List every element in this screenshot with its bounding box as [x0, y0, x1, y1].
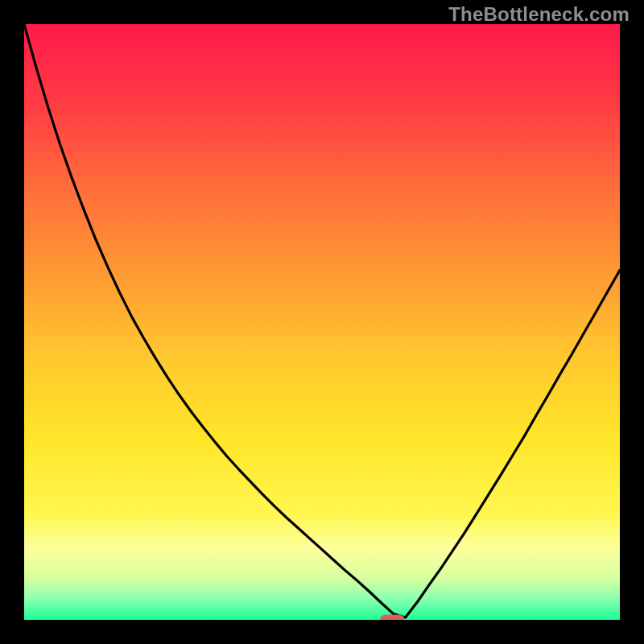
gradient-background: [24, 24, 620, 620]
bottleneck-curve-chart: [24, 24, 620, 620]
chart-frame: TheBottleneck.com: [0, 0, 644, 644]
plot-area: [24, 24, 620, 620]
optimal-marker: [380, 615, 404, 621]
watermark-text: TheBottleneck.com: [448, 3, 630, 26]
